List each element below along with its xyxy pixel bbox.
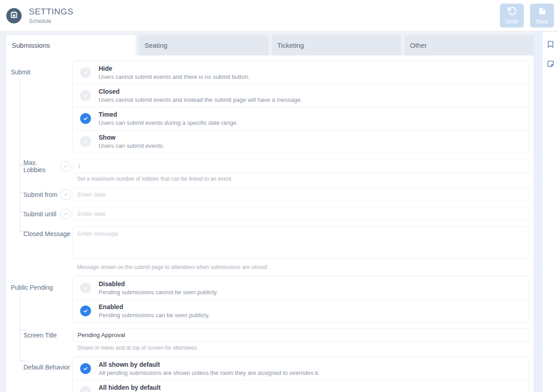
option-description: Users can submit events.	[99, 142, 164, 149]
submit-from-toggle-icon[interactable]	[60, 189, 71, 200]
max-lobbies-toggle-icon[interactable]	[60, 161, 71, 172]
submit-from-label: Submit from	[6, 191, 60, 198]
tab-label: Ticketing	[277, 41, 304, 49]
option-title: All shown by default	[99, 361, 320, 368]
save-button[interactable]: Save	[530, 4, 554, 27]
connector-stub	[20, 361, 27, 361]
connector-stub	[20, 165, 27, 165]
default-behavior-options-card: All shown by default All pending submiss…	[73, 356, 529, 392]
save-button-label: Save	[536, 18, 548, 25]
app-header: SETTINGS Schedule Undo Save	[0, 0, 558, 32]
public-pending-connector-line	[20, 289, 20, 361]
option-description: Users cannot submit events and instead t…	[99, 96, 302, 103]
closed-message-textarea[interactable]	[73, 226, 529, 259]
closed-message-help-text: Message shown on the submit page to atte…	[77, 264, 529, 270]
tab-label: Seating	[145, 41, 168, 49]
submit-until-label: Submit until	[6, 210, 60, 218]
option-show[interactable]: Show Users can submit events.	[73, 130, 528, 153]
option-closed[interactable]: Closed Users cannot submit events and in…	[73, 84, 528, 107]
submit-options-card: Hide Users cannot submit events and ther…	[73, 60, 529, 153]
checkmark-icon	[80, 363, 91, 374]
bookmark-icon[interactable]	[546, 40, 555, 51]
submit-until-toggle-icon[interactable]	[60, 209, 71, 219]
submit-connector-line	[20, 80, 20, 231]
submit-until-input[interactable]	[73, 207, 529, 221]
option-title: Closed	[99, 88, 302, 95]
option-title: Enabled	[99, 303, 210, 310]
option-description: All pending submissions are shown unless…	[99, 369, 320, 376]
connector-stub	[20, 212, 27, 212]
option-title: Timed	[99, 111, 238, 118]
checkmark-icon	[80, 113, 91, 124]
option-title: All hidden by default	[99, 384, 320, 391]
rotate-ccw-icon	[507, 6, 517, 17]
checkmark-icon	[80, 136, 91, 147]
right-toolbar	[543, 32, 558, 392]
connector-stub	[20, 231, 27, 232]
screen-title-input[interactable]	[73, 328, 529, 342]
tab-other[interactable]: Other	[404, 35, 534, 55]
scroll-gutter[interactable]	[534, 32, 543, 392]
checkmark-icon	[80, 90, 91, 101]
option-description: Users cannot submit events and there is …	[99, 73, 250, 80]
connector-stub	[20, 329, 27, 330]
settings-tabbar: Submissions Seating Ticketing Other	[6, 35, 534, 55]
tab-label: Other	[410, 41, 427, 49]
closed-message-label: Closed Message	[6, 230, 73, 237]
screen-title-label: Screen Title	[6, 332, 73, 339]
public-pending-options-card: Disabled Pending submissions cannot be s…	[73, 276, 529, 323]
page-subtitle: Schedule	[29, 18, 73, 24]
tab-seating[interactable]: Seating	[139, 35, 268, 55]
option-all-hidden[interactable]: All hidden by default All pending submis…	[73, 380, 528, 392]
tab-ticketing[interactable]: Ticketing	[272, 35, 401, 55]
default-behavior-label: Default Behavior	[6, 364, 73, 371]
screen-title-help-text: Shown in menu and at top of screen for a…	[77, 345, 529, 351]
connector-stub	[20, 192, 27, 193]
undo-button-label: Undo	[505, 18, 518, 25]
floppy-disk-icon	[538, 7, 547, 17]
max-lobbies-help-text: Set a maximum number of lobbies that can…	[77, 176, 529, 182]
max-lobbies-label: Max. Lobbies	[6, 159, 60, 173]
checkmark-icon	[80, 67, 91, 78]
option-title: Show	[99, 134, 164, 141]
submit-from-input[interactable]	[73, 187, 529, 201]
option-disabled[interactable]: Disabled Pending submissions cannot be s…	[73, 276, 528, 299]
option-description: Pending submissions can be seen publicly…	[99, 312, 210, 319]
option-description: Users can submit events during a specifi…	[99, 119, 238, 126]
option-enabled[interactable]: Enabled Pending submissions can be seen …	[73, 299, 528, 322]
tab-label: Submissions	[12, 41, 50, 49]
tab-submissions[interactable]: Submissions	[6, 35, 136, 55]
checkmark-icon	[80, 305, 91, 316]
option-title: Hide	[99, 65, 250, 72]
note-icon[interactable]	[546, 59, 555, 70]
checkmark-icon	[80, 283, 91, 293]
submissions-settings-panel: Submit Hide Users cannot submit events a…	[6, 55, 534, 392]
option-title: Disabled	[99, 280, 218, 287]
calendar-icon	[10, 11, 18, 21]
undo-button[interactable]: Undo	[500, 4, 524, 27]
option-description: Pending submissions cannot be seen publi…	[99, 289, 218, 296]
checkmark-icon	[80, 386, 91, 392]
public-pending-section-label: Public Pending	[6, 276, 73, 328]
page-title: SETTINGS	[29, 7, 73, 17]
option-all-shown[interactable]: All shown by default All pending submiss…	[73, 357, 528, 380]
submit-section-label: Submit	[6, 60, 73, 159]
option-timed[interactable]: Timed Users can submit events during a s…	[73, 107, 528, 130]
max-lobbies-input[interactable]	[73, 159, 529, 173]
schedule-module-avatar	[6, 8, 22, 23]
option-hide[interactable]: Hide Users cannot submit events and ther…	[73, 61, 528, 84]
